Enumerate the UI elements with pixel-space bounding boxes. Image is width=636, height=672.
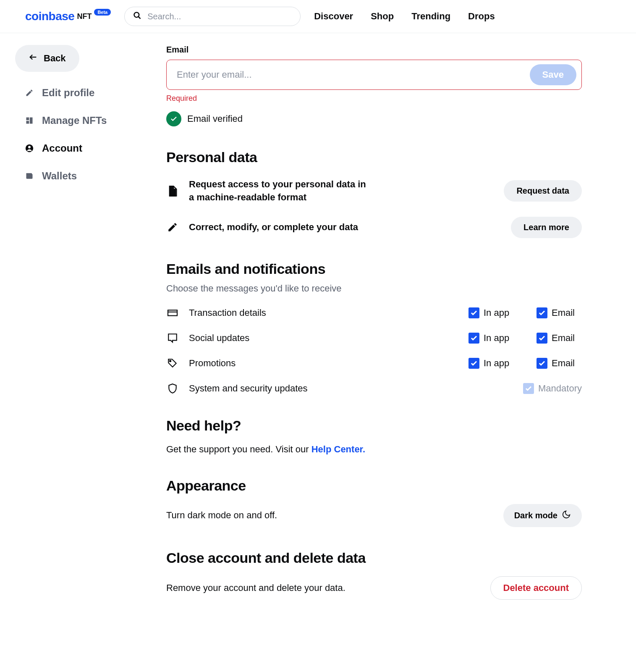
help-heading: Need help? [166,417,582,434]
arrow-left-icon [29,52,38,64]
notif-label: Promotions [189,358,458,369]
credit-card-icon [166,307,179,319]
grid-icon [24,116,34,126]
nav-links: Discover Shop Trending Drops [314,11,495,22]
pencil-icon [24,88,34,98]
help-text: Get the support you need. Visit our Help… [166,444,582,455]
notif-row-security: System and security updates Mandatory [166,382,582,395]
cb-label-inapp: In app [484,307,509,318]
dark-mode-label: Dark mode [514,511,557,520]
personal-request-row: Request access to your personal data in … [166,178,582,204]
cb-label-email: Email [552,307,575,318]
search-box[interactable] [124,7,301,26]
document-icon [166,185,179,197]
sidebar-item-account[interactable]: Account [24,142,149,154]
personal-data-heading: Personal data [166,149,582,165]
search-input[interactable] [147,12,292,21]
svg-line-1 [139,17,141,19]
notifications-sub: Choose the messages you'd like to receiv… [166,283,582,294]
checkbox-mandatory [523,383,534,394]
email-label: Email [166,45,582,55]
help-text-body: Get the support you need. Visit our [166,444,311,454]
sidebar: Back Edit profile Manage NFTs Account [15,45,149,600]
shield-icon [166,382,179,395]
cb-label-email: Email [552,358,575,369]
top-header: coinbase NFT Beta Discover Shop Trending… [0,0,636,33]
nav-drops[interactable]: Drops [468,11,495,22]
personal-modify-row: Correct, modify, or complete your data L… [166,217,582,238]
svg-rect-4 [30,118,33,124]
email-input[interactable] [177,69,525,80]
checkbox-email[interactable] [537,358,547,369]
nav-discover[interactable]: Discover [314,11,353,22]
notif-label: System and security updates [189,383,513,394]
main-content: Email Save Required Email verified Perso… [166,45,582,600]
notif-row-transaction: Transaction details In app Email [166,307,582,319]
svg-point-12 [170,360,171,362]
learn-more-button[interactable]: Learn more [511,217,582,238]
svg-point-7 [28,146,31,148]
checkbox-email[interactable] [537,307,547,318]
logo-coinbase: coinbase [25,10,74,23]
checkbox-inapp[interactable] [468,358,479,369]
appearance-heading: Appearance [166,478,582,494]
notif-label: Social updates [189,333,458,344]
notifications-heading: Emails and notifications [166,261,582,277]
nav-trending[interactable]: Trending [411,11,450,22]
chat-icon [166,332,179,344]
svg-rect-8 [26,174,33,179]
cb-label-email: Email [552,333,575,344]
checkbox-inapp[interactable] [468,307,479,318]
logo[interactable]: coinbase NFT Beta [25,10,111,23]
sidebar-item-label: Manage NFTs [42,115,107,126]
save-button[interactable]: Save [530,64,576,85]
notif-row-social: Social updates In app Email [166,332,582,344]
personal-request-text: Request access to your personal data in … [189,178,374,204]
cb-label-mandatory: Mandatory [538,383,582,394]
svg-rect-9 [26,173,32,174]
dark-mode-button[interactable]: Dark mode [503,504,582,527]
cb-label-inapp: In app [484,358,509,369]
notif-label: Transaction details [189,307,458,318]
sidebar-item-edit-profile[interactable]: Edit profile [24,87,149,99]
close-text: Remove your account and delete your data… [166,583,490,593]
svg-rect-10 [168,310,177,315]
verified-text: Email verified [187,113,243,124]
cb-label-inapp: In app [484,333,509,344]
check-circle-icon [166,111,181,126]
appearance-text: Turn dark mode on and off. [166,510,503,521]
tag-icon [166,357,179,370]
svg-rect-5 [26,121,29,124]
close-heading: Close account and delete data [166,550,582,566]
back-label: Back [44,53,66,64]
checkbox-email[interactable] [537,333,547,344]
moon-icon [562,510,571,521]
notif-row-promotions: Promotions In app Email [166,357,582,370]
email-verified: Email verified [166,111,582,126]
sidebar-item-wallets[interactable]: Wallets [24,170,149,182]
request-data-button[interactable]: Request data [504,180,582,202]
sidebar-item-manage-nfts[interactable]: Manage NFTs [24,115,149,126]
back-button[interactable]: Back [15,45,79,72]
svg-rect-3 [26,118,29,121]
logo-nft: NFT [77,12,92,21]
wallet-icon [24,171,34,181]
svg-point-0 [134,13,139,18]
checkbox-inapp[interactable] [468,333,479,344]
nav-shop[interactable]: Shop [371,11,394,22]
sidebar-item-label: Account [42,142,82,154]
help-center-link[interactable]: Help Center. [311,444,365,454]
personal-modify-text: Correct, modify, or complete your data [189,221,374,234]
email-required: Required [166,94,582,103]
search-icon [133,11,141,21]
sidebar-item-label: Edit profile [42,87,94,99]
sidebar-item-label: Wallets [42,170,77,182]
account-icon [24,143,34,153]
delete-account-button[interactable]: Delete account [490,576,582,600]
pencil-icon [166,221,179,234]
email-input-wrap: Save [166,60,582,90]
beta-badge: Beta [94,9,111,16]
